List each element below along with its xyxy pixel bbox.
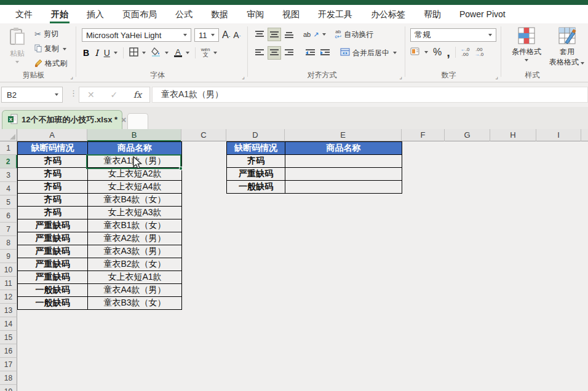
cell-e2[interactable] bbox=[285, 155, 402, 168]
wrap-text-button[interactable]: abc↩ 自动换行 bbox=[335, 30, 373, 40]
paste-dropdown-arrow[interactable] bbox=[15, 61, 19, 63]
cell-b13[interactable]: 童衣B3款（女） bbox=[88, 297, 182, 310]
decrease-font-size-button[interactable]: Aˇ bbox=[233, 30, 240, 40]
new-document-tab-stub[interactable] bbox=[127, 113, 148, 129]
cell-a3[interactable]: 齐码 bbox=[18, 168, 88, 181]
menu-tab-data[interactable]: 数据 bbox=[202, 5, 237, 23]
cell-b8[interactable]: 童衣A2款（男） bbox=[88, 232, 182, 245]
menu-tab-page-layout[interactable]: 页面布局 bbox=[113, 5, 166, 23]
column-header-f[interactable]: F bbox=[402, 129, 445, 141]
row-header-7[interactable]: 7 bbox=[0, 223, 17, 236]
column-header-i[interactable]: I bbox=[536, 129, 581, 141]
confirm-icon[interactable]: ✓ bbox=[110, 90, 117, 100]
menu-tab-power-pivot[interactable]: Power Pivot bbox=[450, 5, 515, 23]
row-header-3[interactable]: 3 bbox=[0, 168, 17, 182]
menu-tab-office-tab[interactable]: 办公标签 bbox=[362, 5, 415, 23]
row-header-19[interactable]: 19 bbox=[0, 385, 17, 391]
insert-function-button[interactable]: fx bbox=[133, 90, 141, 100]
column-header-b[interactable]: B bbox=[87, 129, 181, 141]
menu-tab-review[interactable]: 审阅 bbox=[237, 5, 273, 23]
row-header-17[interactable]: 17 bbox=[0, 358, 17, 371]
format-painter-button[interactable]: 格式刷 bbox=[34, 58, 67, 69]
cell-a9[interactable]: 严重缺码 bbox=[18, 245, 88, 258]
cell-b9[interactable]: 童衣A3款（男） bbox=[88, 245, 182, 258]
copy-button[interactable]: 复制 bbox=[34, 44, 66, 54]
row-header-9[interactable]: 9 bbox=[0, 250, 17, 263]
name-box[interactable]: B2 bbox=[1, 87, 63, 103]
align-bottom-button[interactable] bbox=[282, 28, 296, 41]
row-header-14[interactable]: 14 bbox=[0, 317, 17, 331]
menu-tab-file[interactable]: 文件 bbox=[6, 5, 42, 23]
menu-tab-insert[interactable]: 插入 bbox=[77, 5, 113, 23]
row-header-5[interactable]: 5 bbox=[0, 196, 17, 209]
borders-button[interactable] bbox=[129, 47, 146, 58]
menu-tab-developer[interactable]: 开发工具 bbox=[309, 5, 362, 23]
cell-b7[interactable]: 童衣B1款（女） bbox=[88, 219, 182, 232]
clipboard-dialog-launcher[interactable]: ⌟ bbox=[70, 74, 73, 80]
name-box-dropdown-arrow[interactable] bbox=[55, 93, 58, 96]
comma-style-button[interactable]: , bbox=[447, 49, 450, 55]
cell-b12[interactable]: 童衣A4款（男） bbox=[88, 284, 182, 297]
menu-tab-home[interactable]: 开始 bbox=[42, 5, 77, 23]
menu-tab-formulas[interactable]: 公式 bbox=[166, 5, 202, 23]
cell-a11[interactable]: 严重缺码 bbox=[18, 271, 88, 284]
bold-button[interactable]: B bbox=[83, 48, 89, 58]
row-header-18[interactable]: 18 bbox=[0, 371, 17, 385]
formula-bar-splitter[interactable]: ⋮ bbox=[70, 89, 77, 98]
cell-a6[interactable]: 齐码 bbox=[18, 207, 88, 219]
close-tab-icon[interactable]: × bbox=[121, 115, 126, 125]
align-right-button[interactable] bbox=[282, 46, 296, 60]
cell-e4[interactable] bbox=[285, 181, 402, 194]
cell-b1[interactable]: 商品名称 bbox=[88, 142, 182, 155]
font-dialog-launcher[interactable]: ⌟ bbox=[242, 74, 245, 80]
row-header-15[interactable]: 15 bbox=[0, 331, 17, 344]
cell-d1[interactable]: 缺断码情况 bbox=[227, 142, 285, 155]
paste-button[interactable]: 粘贴 bbox=[2, 27, 32, 76]
cell-e3[interactable] bbox=[285, 168, 402, 181]
row-header-10[interactable]: 10 bbox=[0, 263, 17, 277]
align-center-button[interactable] bbox=[268, 46, 281, 60]
percent-style-button[interactable]: % bbox=[433, 47, 442, 58]
fill-color-button[interactable] bbox=[151, 47, 169, 58]
row-header-13[interactable]: 13 bbox=[0, 304, 17, 317]
row-header-2[interactable]: 2 bbox=[0, 155, 17, 168]
orientation-button[interactable]: ab↗ bbox=[303, 31, 326, 39]
row-header-6[interactable]: 6 bbox=[0, 209, 17, 223]
menu-tab-help[interactable]: 帮助 bbox=[415, 5, 450, 23]
cell-a8[interactable]: 严重缺码 bbox=[18, 232, 88, 245]
row-header-12[interactable]: 12 bbox=[0, 290, 17, 304]
cell-a2[interactable]: 齐码 bbox=[18, 155, 88, 168]
cell-a5[interactable]: 齐码 bbox=[18, 194, 88, 207]
cell-a10[interactable]: 严重缺码 bbox=[18, 258, 88, 271]
column-header-e[interactable]: E bbox=[285, 129, 402, 141]
cut-button[interactable]: ✂ 剪切 bbox=[34, 29, 58, 39]
conditional-formatting-button[interactable]: 条件格式 bbox=[507, 26, 546, 61]
cell-a13[interactable]: 一般缺码 bbox=[18, 297, 88, 310]
cell-a12[interactable]: 一般缺码 bbox=[18, 284, 88, 297]
formula-input[interactable]: 童衣A1款（男） bbox=[152, 87, 588, 103]
column-header-d[interactable]: D bbox=[226, 129, 285, 141]
column-header-h[interactable]: H bbox=[490, 129, 536, 141]
column-header-a[interactable]: A bbox=[17, 129, 87, 141]
cell-b4[interactable]: 女上衣短A4款 bbox=[88, 181, 182, 194]
cell-d2[interactable]: 齐码 bbox=[227, 155, 285, 168]
cell-a4[interactable]: 齐码 bbox=[18, 181, 88, 194]
cell-e1[interactable]: 商品名称 bbox=[285, 142, 402, 155]
cell-b3[interactable]: 女上衣短A2款 bbox=[88, 168, 182, 181]
decrease-indent-button[interactable] bbox=[303, 46, 317, 60]
phonetic-guide-button[interactable]: wén文 bbox=[201, 47, 218, 58]
column-header-partial[interactable] bbox=[581, 129, 588, 141]
row-header-4[interactable]: 4 bbox=[0, 182, 17, 196]
row-header-8[interactable]: 8 bbox=[0, 236, 17, 250]
align-top-button[interactable] bbox=[253, 28, 266, 41]
number-dialog-launcher[interactable]: ⌟ bbox=[495, 74, 498, 80]
number-format-combo[interactable]: 常规 bbox=[410, 28, 496, 42]
select-all-corner[interactable] bbox=[0, 129, 17, 141]
accounting-format-button[interactable] bbox=[410, 47, 428, 57]
cell-b10[interactable]: 童衣B2款（女） bbox=[88, 258, 182, 271]
cell-d3[interactable]: 严重缺码 bbox=[227, 168, 285, 181]
alignment-dialog-launcher[interactable]: ⌟ bbox=[399, 74, 402, 80]
align-middle-button[interactable] bbox=[268, 28, 281, 41]
increase-font-size-button[interactable]: Aˆ bbox=[222, 30, 230, 41]
cell-b11[interactable]: 女上衣短A1款 bbox=[88, 271, 182, 284]
